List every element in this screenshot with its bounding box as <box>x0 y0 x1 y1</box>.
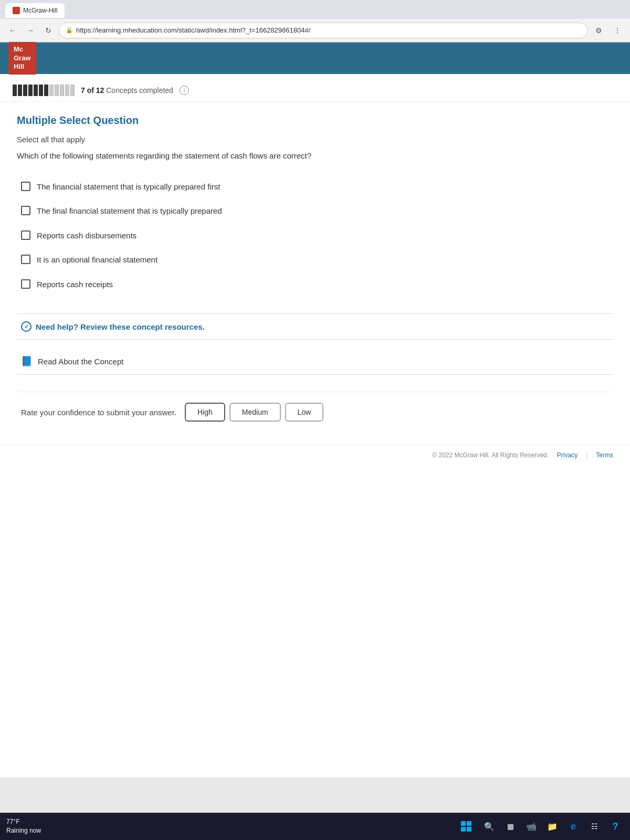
read-concept-link[interactable]: 📘 Read About the Concept <box>21 355 609 367</box>
lock-icon: 🔒 <box>66 27 73 34</box>
logo-line1: Mc <box>14 45 31 54</box>
browser-toolbar: ← → ↻ 🔒 https://learning.mheducation.com… <box>0 19 630 42</box>
progress-segment-11 <box>65 85 69 96</box>
apps-button[interactable]: ☷ <box>586 818 603 835</box>
progress-count: 7 of 12 <box>81 86 104 94</box>
files-button[interactable]: 📁 <box>544 818 561 835</box>
taskbar: 77°F Raining now 🔍 ▦ 📹 📁 e ☷ ? <box>0 813 630 840</box>
checkbox-opt1[interactable] <box>21 182 30 191</box>
question-direction: Select all that apply <box>17 135 613 144</box>
taskview-button[interactable]: ▦ <box>502 818 519 835</box>
checkbox-opt4[interactable] <box>21 255 30 264</box>
menu-button[interactable]: ⋮ <box>610 23 625 38</box>
chat-button[interactable]: 📹 <box>523 818 540 835</box>
taskbar-weather: 77°F Raining now <box>6 817 41 835</box>
progress-text: 7 of 12 Concepts completed <box>81 86 173 94</box>
main-content: Multiple Select Question Select all that… <box>0 102 630 445</box>
read-concept-section: 📘 Read About the Concept <box>17 348 613 375</box>
progress-segment-3 <box>23 85 27 96</box>
progress-segment-12 <box>70 85 75 96</box>
progress-segment-10 <box>60 85 64 96</box>
progress-bar <box>13 85 75 96</box>
answer-option-3[interactable]: Reports cash disbursements <box>17 224 613 248</box>
progress-label: Concepts completed <box>106 86 173 94</box>
page-wrapper: Mc Graw Hill 7 of 12 Concepts completed … <box>0 43 630 778</box>
chevron-circle-icon: ✓ <box>21 321 32 332</box>
info-icon[interactable]: i <box>180 86 189 95</box>
logo: Mc Graw Hill <box>8 42 36 75</box>
search-taskbar-button[interactable]: 🔍 <box>481 818 498 835</box>
logo-line2: Graw <box>14 54 31 63</box>
edge-button[interactable]: e <box>565 818 582 835</box>
option-text-opt5: Reports cash receipts <box>37 279 113 291</box>
progress-segment-4 <box>28 85 33 96</box>
start-button[interactable] <box>456 816 477 837</box>
checkbox-opt5[interactable] <box>21 279 30 289</box>
refresh-button[interactable]: ↻ <box>41 23 56 38</box>
confidence-high-button[interactable]: High <box>185 403 225 422</box>
confidence-label: Rate your confidence to submit your answ… <box>21 408 176 417</box>
progress-segment-7 <box>44 85 48 96</box>
browser-tab[interactable]: McGraw-Hill <box>5 3 65 18</box>
progress-segment-2 <box>18 85 22 96</box>
help-link-text: Need help? Review these concept resource… <box>36 322 205 331</box>
url-text: https://learning.mheducation.com/static/… <box>76 26 310 34</box>
tab-favicon <box>13 7 20 14</box>
answer-options: The financial statement that is typicall… <box>17 175 613 297</box>
progress-segment-1 <box>13 85 17 96</box>
taskbar-temperature: 77°F <box>6 817 41 826</box>
checkbox-opt2[interactable] <box>21 206 30 215</box>
help-taskbar-button[interactable]: ? <box>607 818 624 835</box>
progress-segment-6 <box>39 85 43 96</box>
answer-option-5[interactable]: Reports cash receipts <box>17 272 613 297</box>
extensions-button[interactable]: ⚙ <box>591 23 606 38</box>
browser-chrome: McGraw-Hill ← → ↻ 🔒 https://learning.mhe… <box>0 0 630 43</box>
confidence-medium-button[interactable]: Medium <box>229 403 281 422</box>
question-text: Which of the following statements regard… <box>17 150 613 162</box>
help-link[interactable]: ✓ Need help? Review these concept resour… <box>21 321 609 332</box>
confidence-section: Rate your confidence to submit your answ… <box>17 392 613 432</box>
answer-option-2[interactable]: The final financial statement that is ty… <box>17 199 613 224</box>
question-type-label: Multiple Select Question <box>17 114 613 127</box>
help-section: ✓ Need help? Review these concept resour… <box>17 313 613 340</box>
tab-label: McGraw-Hill <box>23 7 57 14</box>
option-text-opt1: The financial statement that is typicall… <box>37 181 220 193</box>
footer-terms-link[interactable]: Terms <box>596 452 613 459</box>
taskbar-weather-desc: Raining now <box>6 826 41 835</box>
checkbox-opt3[interactable] <box>21 230 30 240</box>
browser-tabs: McGraw-Hill <box>0 0 630 19</box>
progress-segment-5 <box>34 85 38 96</box>
read-concept-label: Read About the Concept <box>38 357 123 366</box>
answer-option-1[interactable]: The financial statement that is typicall… <box>17 175 613 200</box>
progress-section: 7 of 12 Concepts completed i <box>0 74 630 102</box>
option-text-opt4: It is an optional financial statement <box>37 254 158 266</box>
answer-option-4[interactable]: It is an optional financial statement <box>17 248 613 272</box>
footer-copyright: © 2022 McGraw Hill. All Rights Reserved. <box>432 452 549 459</box>
back-button[interactable]: ← <box>5 23 20 38</box>
footer-privacy-link[interactable]: Privacy <box>557 452 578 459</box>
option-text-opt3: Reports cash disbursements <box>37 230 136 242</box>
confidence-buttons: High Medium Low <box>185 403 323 422</box>
address-bar[interactable]: 🔒 https://learning.mheducation.com/stati… <box>59 23 588 38</box>
site-header: Mc Graw Hill <box>0 43 630 74</box>
progress-segment-9 <box>55 85 59 96</box>
windows-logo <box>461 821 471 832</box>
footer-divider: | <box>586 452 587 459</box>
logo-line3: Hill <box>14 62 31 71</box>
progress-segment-8 <box>49 85 54 96</box>
book-icon: 📘 <box>21 355 33 367</box>
confidence-low-button[interactable]: Low <box>285 403 324 422</box>
option-text-opt2: The final financial statement that is ty… <box>37 205 222 217</box>
forward-button[interactable]: → <box>23 23 38 38</box>
page-footer: © 2022 McGraw Hill. All Rights Reserved.… <box>0 445 630 465</box>
browser-toolbar-icons: ⚙ ⋮ <box>591 23 625 38</box>
taskbar-icons: 🔍 ▦ 📹 📁 e ☷ ? <box>456 816 624 837</box>
